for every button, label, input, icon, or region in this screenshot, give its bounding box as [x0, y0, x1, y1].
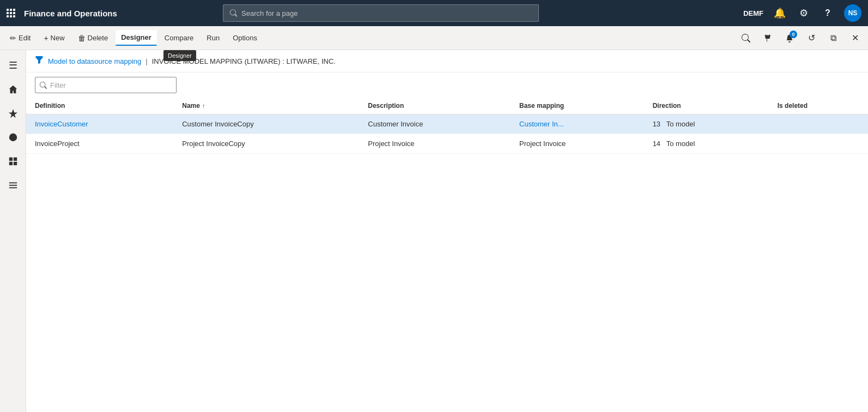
grid-icon: [8, 156, 18, 166]
notification-badge: 0: [790, 31, 797, 38]
cell-name: Project InvoiceCopy: [173, 134, 359, 154]
delete-button[interactable]: 🗑 Delete: [72, 31, 114, 46]
svg-rect-4: [9, 183, 16, 184]
content-area: Model to datasource mapping | INVOICE MO…: [26, 50, 868, 412]
col-base-mapping: Base mapping: [511, 98, 644, 114]
cell-is-deleted: [769, 134, 868, 154]
table-row[interactable]: InvoiceCustomer Customer InvoiceCopy Cus…: [26, 114, 868, 134]
sidebar-item-home[interactable]: [2, 78, 24, 100]
action-bar-right: 0 ↺ ⧉ ✕: [737, 29, 864, 47]
home-icon: [8, 84, 18, 94]
table-container: Definition Name ↑ Description Ba: [26, 98, 868, 412]
svg-rect-0: [9, 157, 12, 161]
search-icon: [742, 34, 750, 43]
action-bar: ✏ Edit + New 🗑 Delete Designer Compare R…: [0, 26, 868, 50]
help-icon[interactable]: ?: [820, 5, 835, 21]
delete-icon: 🗑: [78, 34, 86, 43]
close-icon[interactable]: ✕: [846, 29, 864, 47]
sidebar-item-menu[interactable]: ☰: [2, 54, 24, 76]
svg-rect-6: [9, 187, 16, 189]
add-icon: +: [44, 34, 48, 43]
table-body: InvoiceCustomer Customer InvoiceCopy Cus…: [26, 114, 868, 154]
list-icon: [8, 180, 18, 190]
breadcrumb: Model to datasource mapping | INVOICE MO…: [26, 50, 868, 72]
main-layout: ☰: [0, 50, 868, 412]
notification-center-icon[interactable]: 0: [781, 29, 798, 47]
col-name[interactable]: Name ↑: [173, 98, 359, 114]
breadcrumb-current: INVOICE MODEL MAPPING (LITWARE) : LITWAR…: [152, 57, 336, 65]
mapping-table: Definition Name ↑ Description Ba: [26, 98, 868, 154]
search-input[interactable]: [241, 9, 532, 17]
funnel-icon: [35, 56, 44, 64]
cell-definition: InvoiceProject: [26, 134, 173, 154]
sidebar-item-list[interactable]: [2, 174, 24, 196]
cell-direction: 13 To model: [644, 114, 769, 134]
app-title: Finance and Operations: [24, 9, 117, 18]
search-box-icon: [230, 9, 237, 17]
sidebar-item-favorites[interactable]: [2, 102, 24, 124]
sidebar-item-workspaces[interactable]: [2, 150, 24, 172]
filter-funnel-icon[interactable]: [35, 56, 44, 66]
filter-search-icon: [40, 82, 47, 89]
svg-rect-1: [13, 157, 16, 161]
svg-rect-3: [13, 162, 16, 165]
new-button[interactable]: + New: [38, 31, 70, 46]
table-header: Definition Name ↑ Description Ba: [26, 98, 868, 114]
cell-base-mapping: Customer In...: [511, 114, 644, 134]
filter-input[interactable]: [50, 81, 172, 89]
cell-description: Project Invoice: [359, 134, 511, 154]
col-description: Description: [359, 98, 511, 114]
svg-rect-2: [9, 162, 12, 165]
table-row[interactable]: InvoiceProject Project InvoiceCopy Proje…: [26, 134, 868, 154]
cell-is-deleted: [769, 114, 868, 134]
open-new-window-icon[interactable]: ⧉: [824, 29, 842, 47]
cell-name: Customer InvoiceCopy: [173, 114, 359, 134]
designer-button[interactable]: Designer: [116, 30, 157, 46]
cell-direction: 14 To model: [644, 134, 769, 154]
notifications-icon[interactable]: 🔔: [772, 5, 787, 21]
refresh-icon[interactable]: ↺: [803, 29, 820, 47]
clock-icon: [8, 132, 18, 142]
col-direction: Direction: [644, 98, 769, 114]
settings-icon[interactable]: ⚙: [796, 5, 811, 21]
compare-button[interactable]: Compare: [159, 31, 199, 45]
star-icon: [8, 108, 18, 118]
search-box[interactable]: [223, 4, 539, 22]
options-button[interactable]: Options: [227, 31, 263, 45]
svg-rect-5: [9, 185, 16, 186]
top-bar: Finance and Operations DEMF 🔔 ⚙ ? NS: [0, 0, 868, 26]
breadcrumb-separator: |: [145, 57, 147, 65]
search-toggle-icon[interactable]: [737, 29, 755, 47]
edit-button[interactable]: ✏ Edit: [4, 31, 36, 46]
sidebar-item-recent[interactable]: [2, 126, 24, 148]
filter-bar: [26, 72, 868, 98]
sidebar: ☰: [0, 50, 26, 412]
run-button[interactable]: Run: [201, 31, 225, 45]
cell-definition: InvoiceCustomer: [26, 114, 173, 134]
pin-icon[interactable]: [759, 29, 776, 47]
edit-icon: ✏: [10, 34, 16, 43]
col-is-deleted: Is deleted: [769, 98, 868, 114]
pin-svg-icon: [763, 34, 772, 43]
app-grid-icon[interactable]: [7, 9, 15, 17]
cell-base-mapping: Project Invoice: [511, 134, 644, 154]
filter-input-wrapper[interactable]: [35, 77, 177, 93]
top-bar-right: DEMF 🔔 ⚙ ? NS: [743, 4, 861, 22]
sort-icon: ↑: [202, 102, 205, 109]
breadcrumb-link[interactable]: Model to datasource mapping: [48, 57, 141, 65]
cell-description: Customer Invoice: [359, 114, 511, 134]
avatar[interactable]: NS: [844, 4, 861, 22]
user-company: DEMF: [743, 9, 763, 17]
col-definition: Definition: [26, 98, 173, 114]
